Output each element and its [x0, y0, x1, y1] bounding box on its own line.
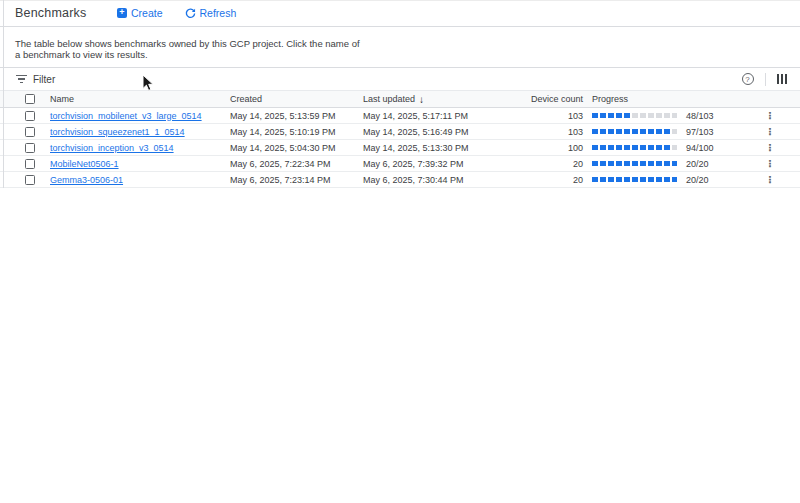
- benchmark-name-link[interactable]: torchvision_inception_v3_0514: [50, 143, 174, 153]
- top-edge-divider: [0, 0, 800, 1]
- benchmark-name-link[interactable]: torchvision_squeezenet1_1_0514: [50, 127, 185, 137]
- kebab-menu-icon[interactable]: ⋮: [765, 175, 775, 185]
- column-header-created[interactable]: Created: [230, 94, 363, 104]
- create-button-label: Create: [131, 7, 163, 19]
- last-updated-cell: May 14, 2025, 5:13:30 PM: [363, 143, 470, 153]
- progress-label: 20/20: [686, 175, 709, 185]
- page-title: Benchmarks: [15, 6, 117, 20]
- table-row: MobileNet0506-1 May 6, 2025, 7:22:34 PM …: [0, 156, 800, 172]
- create-plus-icon: +: [117, 8, 127, 18]
- device-count-cell: 103: [470, 111, 583, 121]
- help-icon[interactable]: ?: [742, 73, 754, 85]
- table-row: Gemma3-0506-01 May 6, 2025, 7:23:14 PM M…: [0, 172, 800, 188]
- row-checkbox[interactable]: [25, 159, 35, 169]
- kebab-menu-icon[interactable]: ⋮: [765, 127, 775, 137]
- progress-bar: [592, 145, 677, 150]
- progress-bar: [592, 177, 677, 182]
- description-line-1: The table below shows benchmarks owned b…: [15, 39, 785, 50]
- benchmarks-page: Benchmarks + Create Refresh The table be…: [0, 0, 800, 503]
- created-cell: May 14, 2025, 5:13:59 PM: [230, 111, 363, 121]
- last-updated-cell: May 6, 2025, 7:39:32 PM: [363, 159, 470, 169]
- page-header: Benchmarks + Create Refresh: [0, 0, 800, 27]
- select-all-checkbox[interactable]: [25, 94, 35, 104]
- progress-cell: 20/20: [583, 159, 740, 169]
- progress-bar: [592, 161, 677, 166]
- created-cell: May 14, 2025, 5:10:19 PM: [230, 127, 363, 137]
- row-checkbox[interactable]: [25, 143, 35, 153]
- filter-icon: [16, 75, 27, 84]
- kebab-menu-icon[interactable]: ⋮: [765, 143, 775, 153]
- refresh-icon: [185, 8, 196, 19]
- left-edge-divider: [3, 0, 4, 188]
- progress-label: 97/103: [686, 127, 714, 137]
- last-updated-label: Last updated: [363, 94, 415, 104]
- progress-cell: 97/103: [583, 127, 740, 137]
- description-line-2: a benchmark to view its results.: [15, 50, 785, 61]
- row-checkbox[interactable]: [25, 111, 35, 121]
- header-checkbox-cell: [0, 94, 50, 104]
- progress-bar: [592, 113, 677, 118]
- progress-label: 94/100: [686, 143, 714, 153]
- benchmark-name-link[interactable]: Gemma3-0506-01: [50, 175, 123, 185]
- created-cell: May 6, 2025, 7:23:14 PM: [230, 175, 363, 185]
- table-header: Name Created Last updated ↓ Device count…: [0, 90, 800, 108]
- device-count-cell: 20: [470, 175, 583, 185]
- table-row: torchvision_squeezenet1_1_0514 May 14, 2…: [0, 124, 800, 140]
- benchmark-name-link[interactable]: torchvision_mobilenet_v3_large_0514: [50, 111, 202, 121]
- filter-button[interactable]: Filter: [16, 74, 55, 85]
- device-count-cell: 103: [470, 127, 583, 137]
- progress-bar: [592, 129, 677, 134]
- column-display-icon[interactable]: [777, 74, 788, 84]
- sort-descending-icon: ↓: [419, 94, 424, 105]
- refresh-button-label: Refresh: [200, 7, 237, 19]
- created-cell: May 6, 2025, 7:22:34 PM: [230, 159, 363, 169]
- mouse-cursor: [142, 74, 154, 96]
- kebab-menu-icon[interactable]: ⋮: [765, 111, 775, 121]
- device-count-cell: 20: [470, 159, 583, 169]
- created-cell: May 14, 2025, 5:04:30 PM: [230, 143, 363, 153]
- progress-cell: 20/20: [583, 175, 740, 185]
- toolbar-divider: [765, 73, 766, 86]
- create-button[interactable]: + Create: [117, 7, 163, 19]
- kebab-menu-icon[interactable]: ⋮: [765, 159, 775, 169]
- progress-label: 20/20: [686, 159, 709, 169]
- last-updated-cell: May 14, 2025, 5:17:11 PM: [363, 111, 470, 121]
- column-header-last-updated[interactable]: Last updated ↓: [363, 94, 470, 105]
- table-row: torchvision_inception_v3_0514 May 14, 20…: [0, 140, 800, 156]
- column-header-name[interactable]: Name: [50, 94, 230, 104]
- progress-cell: 94/100: [583, 143, 740, 153]
- row-checkbox[interactable]: [25, 175, 35, 185]
- page-description: The table below shows benchmarks owned b…: [0, 27, 800, 68]
- last-updated-cell: May 6, 2025, 7:30:44 PM: [363, 175, 470, 185]
- table-row: torchvision_mobilenet_v3_large_0514 May …: [0, 108, 800, 124]
- progress-cell: 48/103: [583, 111, 740, 121]
- filter-label: Filter: [33, 74, 55, 85]
- last-updated-cell: May 14, 2025, 5:16:49 PM: [363, 127, 470, 137]
- device-count-cell: 100: [470, 143, 583, 153]
- table-toolbar: Filter ?: [0, 68, 800, 90]
- column-header-progress[interactable]: Progress: [583, 94, 740, 104]
- refresh-button[interactable]: Refresh: [185, 7, 237, 19]
- column-header-device-count[interactable]: Device count: [470, 94, 583, 104]
- benchmark-name-link[interactable]: MobileNet0506-1: [50, 159, 119, 169]
- row-checkbox[interactable]: [25, 127, 35, 137]
- progress-label: 48/103: [686, 111, 714, 121]
